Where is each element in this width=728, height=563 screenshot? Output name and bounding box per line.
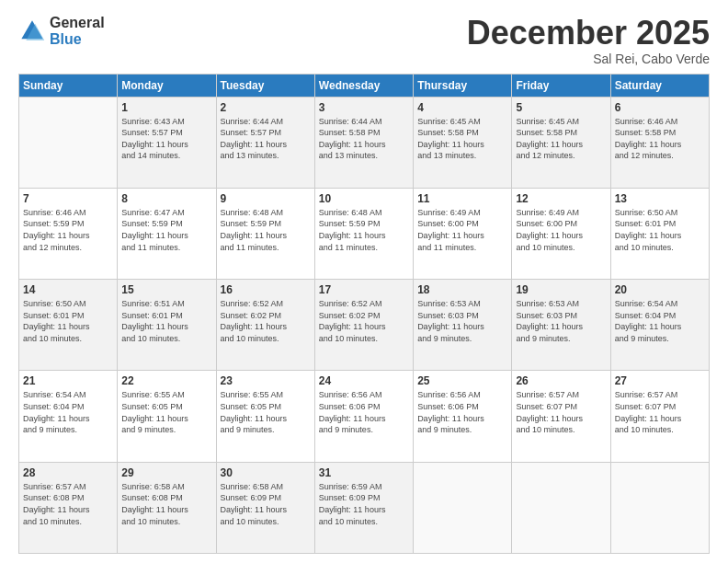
calendar-week-row: 1Sunrise: 6:43 AM Sunset: 5:57 PM Daylig… [19,97,710,188]
day-number: 24 [319,374,409,387]
day-info: Sunrise: 6:57 AM Sunset: 6:08 PM Dayligh… [23,481,113,527]
table-row: 5Sunrise: 6:45 AM Sunset: 5:58 PM Daylig… [512,97,610,188]
day-number: 10 [319,192,409,205]
day-info: Sunrise: 6:51 AM Sunset: 6:01 PM Dayligh… [121,298,211,344]
table-row [414,462,512,553]
day-info: Sunrise: 6:48 AM Sunset: 5:59 PM Dayligh… [319,207,409,253]
day-info: Sunrise: 6:52 AM Sunset: 6:02 PM Dayligh… [221,298,311,344]
day-number: 1 [121,101,211,114]
calendar-week-row: 28Sunrise: 6:57 AM Sunset: 6:08 PM Dayli… [19,462,710,553]
table-row: 9Sunrise: 6:48 AM Sunset: 5:59 PM Daylig… [216,188,314,279]
day-number: 29 [121,466,211,479]
calendar-week-row: 7Sunrise: 6:46 AM Sunset: 5:59 PM Daylig… [19,188,710,279]
day-number: 26 [516,374,606,387]
table-row: 4Sunrise: 6:45 AM Sunset: 5:58 PM Daylig… [414,97,512,188]
calendar-header-row: Sunday Monday Tuesday Wednesday Thursday… [19,74,710,97]
logo-blue-text: Blue [50,31,105,48]
day-info: Sunrise: 6:58 AM Sunset: 6:09 PM Dayligh… [221,481,311,527]
day-info: Sunrise: 6:55 AM Sunset: 6:05 PM Dayligh… [221,389,311,435]
logo-text: General Blue [50,15,105,47]
table-row: 31Sunrise: 6:59 AM Sunset: 6:09 PM Dayli… [314,462,413,553]
day-info: Sunrise: 6:47 AM Sunset: 5:59 PM Dayligh… [121,207,211,253]
logo-icon [18,17,46,45]
day-info: Sunrise: 6:53 AM Sunset: 6:03 PM Dayligh… [516,298,606,344]
day-number: 3 [319,101,409,114]
calendar-week-row: 21Sunrise: 6:54 AM Sunset: 6:04 PM Dayli… [19,371,710,462]
day-info: Sunrise: 6:49 AM Sunset: 6:00 PM Dayligh… [417,207,507,253]
day-number: 18 [417,283,507,296]
logo: General Blue [18,15,105,47]
day-number: 23 [221,374,311,387]
day-info: Sunrise: 6:56 AM Sunset: 6:06 PM Dayligh… [417,389,507,435]
col-monday: Monday [118,74,216,97]
day-info: Sunrise: 6:55 AM Sunset: 6:05 PM Dayligh… [121,389,211,435]
table-row: 3Sunrise: 6:44 AM Sunset: 5:58 PM Daylig… [314,97,413,188]
day-info: Sunrise: 6:48 AM Sunset: 5:59 PM Dayligh… [221,207,311,253]
day-info: Sunrise: 6:50 AM Sunset: 6:01 PM Dayligh… [615,207,705,253]
col-tuesday: Tuesday [216,74,314,97]
col-friday: Friday [512,74,610,97]
table-row: 12Sunrise: 6:49 AM Sunset: 6:00 PM Dayli… [512,188,610,279]
day-info: Sunrise: 6:43 AM Sunset: 5:57 PM Dayligh… [121,116,211,162]
month-title: December 2025 [467,15,710,52]
day-info: Sunrise: 6:44 AM Sunset: 5:57 PM Dayligh… [221,116,311,162]
table-row: 10Sunrise: 6:48 AM Sunset: 5:59 PM Dayli… [314,188,413,279]
page: General Blue December 2025 Sal Rei, Cabo… [0,0,728,563]
day-number: 15 [121,283,211,296]
day-info: Sunrise: 6:52 AM Sunset: 6:02 PM Dayligh… [319,298,409,344]
table-row [610,462,709,553]
table-row: 28Sunrise: 6:57 AM Sunset: 6:08 PM Dayli… [19,462,118,553]
table-row: 24Sunrise: 6:56 AM Sunset: 6:06 PM Dayli… [314,371,413,462]
day-number: 25 [417,374,507,387]
day-number: 7 [23,192,113,205]
day-number: 22 [121,374,211,387]
day-number: 16 [221,283,311,296]
table-row: 25Sunrise: 6:56 AM Sunset: 6:06 PM Dayli… [414,371,512,462]
table-row: 19Sunrise: 6:53 AM Sunset: 6:03 PM Dayli… [512,280,610,371]
day-info: Sunrise: 6:53 AM Sunset: 6:03 PM Dayligh… [417,298,507,344]
day-info: Sunrise: 6:45 AM Sunset: 5:58 PM Dayligh… [417,116,507,162]
header: General Blue December 2025 Sal Rei, Cabo… [18,15,710,66]
table-row: 1Sunrise: 6:43 AM Sunset: 5:57 PM Daylig… [118,97,216,188]
table-row: 11Sunrise: 6:49 AM Sunset: 6:00 PM Dayli… [414,188,512,279]
table-row: 2Sunrise: 6:44 AM Sunset: 5:57 PM Daylig… [216,97,314,188]
table-row: 18Sunrise: 6:53 AM Sunset: 6:03 PM Dayli… [414,280,512,371]
logo-general-text: General [50,15,105,31]
title-block: December 2025 Sal Rei, Cabo Verde [467,15,710,66]
col-sunday: Sunday [19,74,118,97]
table-row: 20Sunrise: 6:54 AM Sunset: 6:04 PM Dayli… [610,280,709,371]
day-number: 11 [417,192,507,205]
day-info: Sunrise: 6:54 AM Sunset: 6:04 PM Dayligh… [615,298,705,344]
day-number: 12 [516,192,606,205]
day-number: 6 [615,101,705,114]
day-info: Sunrise: 6:56 AM Sunset: 6:06 PM Dayligh… [319,389,409,435]
day-number: 28 [23,466,113,479]
table-row: 14Sunrise: 6:50 AM Sunset: 6:01 PM Dayli… [19,280,118,371]
day-info: Sunrise: 6:49 AM Sunset: 6:00 PM Dayligh… [516,207,606,253]
calendar-week-row: 14Sunrise: 6:50 AM Sunset: 6:01 PM Dayli… [19,280,710,371]
table-row: 23Sunrise: 6:55 AM Sunset: 6:05 PM Dayli… [216,371,314,462]
day-number: 20 [615,283,705,296]
col-wednesday: Wednesday [314,74,413,97]
day-number: 30 [221,466,311,479]
table-row: 16Sunrise: 6:52 AM Sunset: 6:02 PM Dayli… [216,280,314,371]
day-info: Sunrise: 6:57 AM Sunset: 6:07 PM Dayligh… [615,389,705,435]
day-info: Sunrise: 6:54 AM Sunset: 6:04 PM Dayligh… [23,389,113,435]
day-number: 5 [516,101,606,114]
day-number: 8 [121,192,211,205]
table-row [512,462,610,553]
table-row: 7Sunrise: 6:46 AM Sunset: 5:59 PM Daylig… [19,188,118,279]
table-row [19,97,118,188]
table-row: 17Sunrise: 6:52 AM Sunset: 6:02 PM Dayli… [314,280,413,371]
table-row: 26Sunrise: 6:57 AM Sunset: 6:07 PM Dayli… [512,371,610,462]
table-row: 15Sunrise: 6:51 AM Sunset: 6:01 PM Dayli… [118,280,216,371]
table-row: 13Sunrise: 6:50 AM Sunset: 6:01 PM Dayli… [610,188,709,279]
day-info: Sunrise: 6:59 AM Sunset: 6:09 PM Dayligh… [319,481,409,527]
day-info: Sunrise: 6:45 AM Sunset: 5:58 PM Dayligh… [516,116,606,162]
day-number: 17 [319,283,409,296]
table-row: 6Sunrise: 6:46 AM Sunset: 5:58 PM Daylig… [610,97,709,188]
table-row: 29Sunrise: 6:58 AM Sunset: 6:08 PM Dayli… [118,462,216,553]
day-info: Sunrise: 6:58 AM Sunset: 6:08 PM Dayligh… [121,481,211,527]
table-row: 21Sunrise: 6:54 AM Sunset: 6:04 PM Dayli… [19,371,118,462]
col-thursday: Thursday [414,74,512,97]
